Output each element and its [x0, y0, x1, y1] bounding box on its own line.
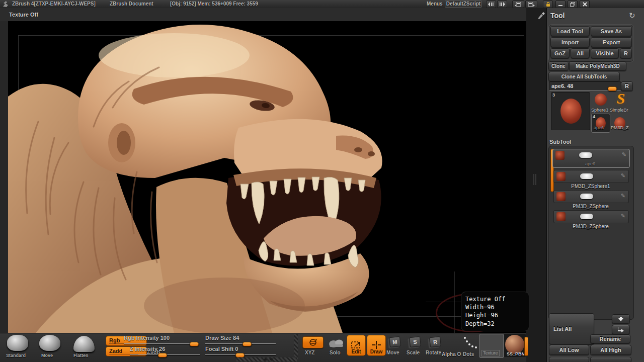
- polypaint-brush-icon[interactable]: ✎: [621, 172, 625, 179]
- subtool-down-button[interactable]: [612, 314, 630, 324]
- edit-button[interactable]: Edit: [347, 335, 366, 356]
- left-tray-edge[interactable]: [0, 21, 9, 333]
- palette-dock-left-icon[interactable]: [512, 1, 524, 8]
- xyz-gyro-button[interactable]: [302, 336, 324, 348]
- clone-button[interactable]: Clone: [548, 61, 569, 71]
- subtool-duplicate-button[interactable]: [612, 325, 630, 334]
- eye-visibility-icon[interactable]: [580, 214, 593, 219]
- material-selector[interactable]: SS_PBM: [504, 334, 526, 357]
- goz-all-button[interactable]: All: [571, 48, 590, 58]
- subtool-item-zsphere3[interactable]: ✎: [553, 210, 629, 223]
- polypaint-brush-icon[interactable]: ✎: [621, 193, 625, 199]
- quickpick-simplebrush[interactable]: S: [612, 89, 630, 108]
- subtool-section-title: SubTool: [549, 139, 571, 145]
- subtool-thumbnail: [556, 212, 566, 221]
- tool-reload-icon[interactable]: ↻: [629, 11, 635, 20]
- close-icon[interactable]: [580, 1, 590, 8]
- subtool-thumbnail: [555, 151, 565, 160]
- subtool-item-label: PM3D_ZSphere: [553, 224, 628, 229]
- z-intensity-slider[interactable]: Z Intensity 26: [130, 346, 200, 357]
- export-button[interactable]: Export: [591, 37, 632, 47]
- move-label: Move: [386, 350, 399, 355]
- slider-knob[interactable]: [243, 342, 252, 346]
- zscript-button[interactable]: DefaultZScript: [445, 1, 482, 8]
- subtool-item-label: PM3D_ZSphere: [553, 204, 628, 209]
- scale-button[interactable]: S: [407, 336, 424, 348]
- slider-track[interactable]: [205, 343, 276, 344]
- import-button[interactable]: Import: [550, 37, 590, 47]
- goz-r-button[interactable]: R: [620, 48, 632, 58]
- subtool-item-zsphere1[interactable]: ✎: [553, 170, 629, 183]
- minimize-icon[interactable]: [555, 1, 566, 8]
- subtool-item-ape6[interactable]: ✎ ape6: [552, 149, 630, 168]
- slider-track[interactable]: [124, 343, 199, 344]
- draw-button[interactable]: Draw: [367, 335, 386, 356]
- polypaint-brush-icon[interactable]: ✎: [622, 151, 626, 158]
- document-stats: [Obj: 9152] Mem: 536+009 Free: 3559: [170, 2, 258, 7]
- cut-off-button-left[interactable]: [549, 357, 589, 362]
- all-high-button[interactable]: All High: [590, 345, 631, 355]
- polypaint-brush-icon[interactable]: ✎: [621, 213, 625, 219]
- all-low-button[interactable]: All Low: [549, 345, 589, 355]
- rgb-intensity-slider[interactable]: Rgb Intensity 100: [124, 335, 199, 346]
- toolbar-edge-scrollbar[interactable]: [524, 337, 528, 356]
- rename-button[interactable]: Rename: [590, 334, 630, 343]
- menus-button[interactable]: Menus: [427, 2, 443, 7]
- dots-stroke-icon[interactable]: [462, 336, 478, 350]
- slider-knob[interactable]: [158, 353, 167, 357]
- slider-knob[interactable]: [190, 342, 199, 346]
- zadd-mode-label: Zadd: [109, 348, 122, 354]
- texture-tooltip: Texture Off Width=96 Height=96 Depth=32: [461, 292, 529, 331]
- document-title: ZBrush Document: [110, 2, 153, 7]
- eye-visibility-icon[interactable]: [580, 173, 593, 179]
- clone-all-subtools-button[interactable]: Clone All SubTools: [548, 72, 620, 81]
- make-polymesh3d-button[interactable]: Make PolyMesh3D: [569, 61, 626, 71]
- draw-size-slider[interactable]: Draw Size 84: [205, 335, 276, 346]
- subtool-item-label: PM3D_ZSphere1: [553, 184, 628, 189]
- active-tool-thumbnail[interactable]: 3: [551, 92, 590, 130]
- quickpick-sphere3[interactable]: [594, 93, 608, 107]
- app-title: ZBrush 4[ZTXP-EMKI-AYCJ-WEPS]: [12, 2, 96, 7]
- active-tool-badge: 3: [552, 93, 555, 98]
- tray-divider-grip[interactable]: [533, 174, 534, 185]
- quickpick-sphere3-label: Sphere3: [591, 108, 608, 113]
- move-button[interactable]: M: [386, 336, 404, 348]
- tray-divider[interactable]: [526, 8, 546, 362]
- rotate-button[interactable]: R: [427, 336, 444, 348]
- quickpick-ape6-label: ape6: [594, 126, 604, 130]
- document-canvas[interactable]: [8, 21, 526, 333]
- goz-button[interactable]: GoZ: [550, 48, 570, 58]
- focal-shift-slider[interactable]: Focal Shift 0: [205, 346, 276, 357]
- dots-label[interactable]: Dots: [463, 352, 474, 357]
- tooltip-depth: Depth=32: [465, 320, 525, 328]
- tooltip-title: Texture Off: [465, 295, 525, 303]
- restore-icon[interactable]: [568, 1, 578, 8]
- cut-off-button-right[interactable]: [590, 357, 631, 362]
- tray-arrow-down-icon: [269, 358, 274, 361]
- alpha-selector[interactable]: Alpha O: [442, 352, 461, 357]
- save-as-button[interactable]: Save As: [591, 26, 632, 36]
- brush-move-label: Move: [41, 353, 53, 358]
- slider-knob[interactable]: [235, 353, 245, 357]
- left-tray-toggle-icon[interactable]: [486, 1, 496, 8]
- xyz-label: XYZ: [305, 350, 314, 355]
- draw-label: Draw: [370, 349, 382, 354]
- subtool-item-zsphere2[interactable]: ✎: [553, 190, 629, 203]
- tray-resize-handle[interactable]: [236, 357, 297, 361]
- solo-button[interactable]: [327, 338, 346, 348]
- right-tray-toggle-icon[interactable]: [497, 1, 507, 8]
- brush-standard[interactable]: [7, 335, 28, 351]
- palette-dock-right-icon[interactable]: [525, 1, 537, 8]
- eye-visibility-icon[interactable]: [579, 152, 592, 158]
- load-tool-button[interactable]: Load Tool: [550, 26, 590, 36]
- texture-selector[interactable]: Texture: [479, 334, 504, 358]
- list-all-button[interactable]: List All: [549, 313, 594, 344]
- quickpick-pm3d-label: PM3D_Z: [611, 126, 629, 130]
- eye-visibility-icon[interactable]: [580, 194, 593, 199]
- solo-label: Solo: [330, 350, 341, 355]
- subtool-thumbnail: [556, 172, 566, 181]
- lock-icon[interactable]: [543, 1, 553, 8]
- goz-visible-button[interactable]: Visible: [591, 48, 619, 58]
- ape-sculpture[interactable]: [8, 21, 526, 333]
- brush-move[interactable]: [39, 335, 60, 351]
